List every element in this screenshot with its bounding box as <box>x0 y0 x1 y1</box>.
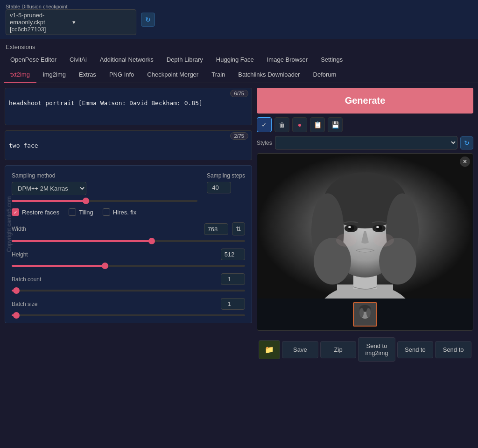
ext-nav-settings[interactable]: Settings <box>314 52 349 67</box>
sampling-slider-fill <box>12 200 86 202</box>
ext-nav-civitai[interactable]: CivitAi <box>63 52 93 67</box>
tab-deforum[interactable]: Deforum <box>307 67 343 83</box>
svg-point-15 <box>376 226 379 228</box>
width-label: Width <box>12 226 49 232</box>
sampling-method-select[interactable]: DPM++ 2M Karras <box>12 182 86 195</box>
height-row: Height <box>12 249 245 260</box>
batch-size-group: Batch size <box>12 298 245 316</box>
refresh-icon: ↻ <box>464 139 470 147</box>
image-close-button[interactable]: ✕ <box>460 156 470 167</box>
negative-prompt-counter: 2/75 <box>230 132 248 140</box>
width-slider-fill <box>12 240 152 242</box>
svg-point-17 <box>373 234 394 247</box>
ext-nav-openpose[interactable]: OpenPose Editor <box>4 52 63 67</box>
svg-point-14 <box>348 226 351 228</box>
toolbar-record-button[interactable]: ● <box>292 117 307 132</box>
refresh-icon: ↻ <box>145 16 151 23</box>
batch-count-input[interactable] <box>221 273 245 285</box>
batch-size-slider-track[interactable] <box>12 314 245 316</box>
toolbar-clipboard-button[interactable]: 📋 <box>310 117 325 132</box>
batch-size-slider-thumb <box>13 312 20 319</box>
positive-prompt-input[interactable] <box>5 88 252 125</box>
options-row: ✓ Restore faces Tiling Hires. fix <box>12 208 245 216</box>
svg-point-21 <box>359 308 364 317</box>
ext-nav-image-browser[interactable]: Image Browser <box>260 52 314 67</box>
negative-prompt-wrapper: 2/75 <box>5 130 252 162</box>
checkpoint-refresh-button[interactable]: ↻ <box>141 13 155 27</box>
main-tabs: txt2img img2img Extras PNG Info Checkpoi… <box>0 67 478 83</box>
height-input[interactable] <box>221 249 245 260</box>
batch-count-slider-track[interactable] <box>12 290 245 292</box>
hires-fix-checkbox[interactable]: Hires. fix <box>103 208 137 216</box>
thumbnails-row <box>257 299 473 330</box>
generate-section: Generate ✓ 🗑 ● 📋 💾 Styles <box>257 88 473 149</box>
tab-png-info[interactable]: PNG Info <box>103 67 141 83</box>
zip-button[interactable]: Zip <box>320 341 357 358</box>
toolbar-floppy-button[interactable]: 💾 <box>328 117 343 132</box>
tab-train[interactable]: Train <box>205 67 232 83</box>
folder-button[interactable]: 📁 <box>259 340 280 359</box>
svg-point-12 <box>348 225 354 231</box>
sampling-steps-row <box>207 182 231 193</box>
tab-batchlinks-downloader[interactable]: Batchlinks Downloader <box>232 67 306 83</box>
toolbar-row: ✓ 🗑 ● 📋 💾 <box>257 117 473 132</box>
styles-refresh-button[interactable]: ↻ <box>460 136 473 149</box>
styles-label: Styles <box>257 140 272 146</box>
negative-prompt-input[interactable] <box>5 130 252 160</box>
left-panel: 6/75 2/75 Sampling method DPM++ 2M Karra… <box>5 88 252 364</box>
image-display: ✕ <box>257 153 473 331</box>
sampling-slider-track[interactable] <box>12 200 197 202</box>
tab-txt2img[interactable]: txt2img <box>4 67 36 83</box>
chevron-down-icon: ▾ <box>72 19 132 26</box>
bottom-actions: 📁 Save Zip Send to img2img Send to Send … <box>257 334 473 364</box>
sampling-method-group: Sampling method DPM++ 2M Karras <box>12 172 197 202</box>
height-group: Height <box>12 249 245 267</box>
ext-nav-depth-library[interactable]: Depth Library <box>160 52 210 67</box>
tab-img2img[interactable]: img2img <box>36 67 72 83</box>
sampling-method-label: Sampling method <box>12 172 197 179</box>
sampling-steps-input[interactable] <box>207 182 231 193</box>
ext-nav-hugging-face[interactable]: Hugging Face <box>210 52 260 67</box>
tab-extras[interactable]: Extras <box>72 67 103 83</box>
checkpoint-value: v1-5-pruned-emaonly.ckpt [cc6cb27103] <box>10 12 70 33</box>
restore-faces-box: ✓ <box>12 208 19 216</box>
width-slider-track[interactable] <box>12 240 245 242</box>
send-to-img2img-button[interactable]: Send to img2img <box>358 337 395 362</box>
check-icon: ✓ <box>261 121 267 128</box>
portrait-svg <box>257 154 473 299</box>
checkpoint-wrapper: Stable Diffusion checkpoint v1-5-pruned-… <box>6 4 136 35</box>
ext-nav-additional-networks[interactable]: Additional Networks <box>93 52 160 67</box>
batch-count-slider-thumb <box>13 287 20 294</box>
save-button[interactable]: Save <box>282 341 318 358</box>
batch-count-label: Batch count <box>12 276 49 283</box>
right-panel: Generate ✓ 🗑 ● 📋 💾 Styles <box>257 88 473 364</box>
positive-prompt-counter: 6/75 <box>230 90 248 97</box>
sampling-slider-thumb <box>83 198 89 204</box>
checkpoint-select[interactable]: v1-5-pruned-emaonly.ckpt [cc6cb27103] ▾ <box>6 9 136 35</box>
height-slider-track[interactable] <box>12 265 245 267</box>
send-to-inpaint-button[interactable]: Send to <box>397 341 434 358</box>
svg-point-13 <box>376 225 382 231</box>
thumbnail-item[interactable] <box>353 302 377 327</box>
toolbar-check-button[interactable]: ✓ <box>257 117 272 132</box>
height-slider-thumb <box>102 263 108 269</box>
send-to-extras-button[interactable]: Send to <box>435 341 471 358</box>
thumbnail-svg <box>354 303 376 326</box>
styles-select[interactable] <box>275 136 457 149</box>
close-icon: ✕ <box>463 158 467 165</box>
height-label: Height <box>12 251 49 258</box>
record-icon: ● <box>298 121 302 128</box>
sampling-method-select-wrapper: DPM++ 2M Karras <box>12 182 197 195</box>
batch-size-input[interactable] <box>221 298 245 310</box>
width-input[interactable] <box>204 223 228 235</box>
tiling-checkbox[interactable]: Tiling <box>69 208 93 216</box>
batch-count-row: Batch count <box>12 273 245 285</box>
batch-size-label: Batch size <box>12 301 49 307</box>
restore-faces-checkbox[interactable]: ✓ Restore faces <box>12 208 59 216</box>
tab-checkpoint-merger[interactable]: Checkpoint Merger <box>141 67 205 83</box>
floppy-icon: 💾 <box>331 121 339 128</box>
generate-button[interactable]: Generate <box>257 88 473 114</box>
swap-button[interactable]: ⇅ <box>232 222 245 235</box>
sampling-steps-label: Sampling steps <box>207 172 245 179</box>
toolbar-trash-button[interactable]: 🗑 <box>274 117 289 132</box>
